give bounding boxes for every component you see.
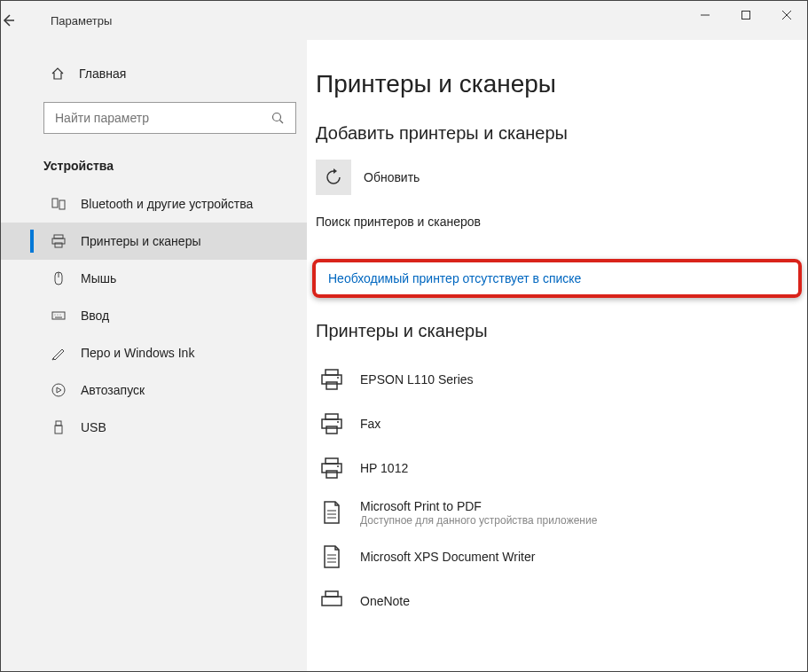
close-button[interactable] [766, 1, 807, 29]
search-status: Поиск принтеров и сканеров [316, 215, 807, 229]
printer-name: Microsoft Print to PDF [360, 499, 597, 513]
svg-rect-13 [52, 312, 65, 319]
back-button[interactable] [1, 13, 40, 27]
refresh-row: Обновить [316, 160, 807, 195]
printer-item[interactable]: Microsoft Print to PDF Доступное для дан… [307, 490, 807, 535]
sidebar-item-mouse[interactable]: Мышь [1, 260, 307, 297]
sidebar-home[interactable]: Главная [1, 58, 307, 90]
printer-device-icon [316, 408, 348, 440]
svg-rect-21 [326, 370, 338, 375]
sidebar-item-label: Автозапуск [81, 383, 145, 397]
minimize-button[interactable] [685, 1, 726, 29]
sidebar-item-label: Bluetooth и другие устройства [81, 197, 253, 211]
pen-icon [51, 345, 68, 361]
svg-point-4 [273, 113, 281, 121]
bluetooth-icon [51, 196, 68, 212]
svg-rect-23 [326, 382, 337, 389]
svg-line-5 [280, 121, 284, 124]
search-icon [271, 111, 285, 125]
sidebar-item-label: Перо и Windows Ink [81, 346, 194, 360]
sidebar-item-usb[interactable]: USB [1, 409, 307, 446]
keyboard-icon [51, 308, 68, 324]
document-icon [316, 496, 348, 528]
svg-rect-8 [54, 235, 63, 238]
search-box[interactable] [43, 102, 296, 134]
svg-rect-29 [326, 458, 338, 464]
sidebar-item-printers[interactable]: Принтеры и сканеры [1, 223, 307, 260]
printer-not-listed-text: Необходимый принтер отсутствует в списке [328, 271, 786, 285]
svg-rect-1 [742, 12, 750, 20]
svg-rect-7 [59, 200, 65, 209]
home-icon [51, 66, 67, 81]
add-section-title: Добавить принтеры и сканеры [316, 123, 807, 144]
window-title: Параметры [51, 14, 112, 27]
svg-rect-39 [326, 591, 338, 597]
printer-not-listed-link[interactable]: Необходимый принтер отсутствует в списке [312, 259, 802, 298]
refresh-button[interactable] [316, 160, 351, 195]
svg-rect-40 [322, 597, 341, 606]
printer-name: EPSON L110 Series [360, 372, 474, 387]
svg-rect-25 [326, 414, 338, 419]
printer-item[interactable]: EPSON L110 Series [307, 357, 807, 402]
sidebar-item-label: Ввод [81, 309, 109, 323]
printer-name: Fax [360, 417, 380, 431]
printer-device-icon [316, 585, 348, 617]
printers-section-title: Принтеры и сканеры [316, 321, 807, 341]
svg-rect-6 [52, 199, 58, 207]
svg-point-28 [337, 421, 339, 423]
main-panel: Принтеры и сканеры Добавить принтеры и с… [307, 40, 807, 671]
svg-point-32 [337, 465, 339, 467]
printer-subtitle: Доступное для данного устройства приложе… [360, 514, 597, 527]
svg-rect-20 [55, 426, 62, 434]
sidebar-item-label: USB [81, 420, 106, 434]
refresh-label: Обновить [364, 170, 420, 184]
maximize-button[interactable] [726, 1, 766, 29]
printer-name: Microsoft XPS Document Writer [360, 550, 535, 564]
titlebar: Параметры [1, 1, 807, 40]
printer-item[interactable]: OneNote [307, 579, 807, 623]
svg-point-16 [60, 315, 61, 316]
printer-device-icon [316, 452, 348, 484]
sidebar: Главная Устройства Bluetooth и другие ус… [1, 40, 307, 671]
sidebar-item-typing[interactable]: Ввод [1, 297, 307, 334]
window-controls [685, 1, 807, 29]
sidebar-home-label: Главная [79, 66, 126, 81]
search-input[interactable] [55, 111, 271, 125]
printer-name: OneNote [360, 594, 410, 608]
svg-point-14 [55, 315, 56, 316]
sidebar-item-bluetooth[interactable]: Bluetooth и другие устройства [1, 185, 307, 223]
printer-item[interactable]: Fax [307, 402, 807, 446]
mouse-icon [51, 270, 68, 286]
svg-rect-31 [326, 471, 337, 478]
printer-device-icon [316, 363, 348, 395]
svg-point-15 [58, 315, 59, 316]
svg-point-24 [337, 377, 339, 379]
printer-name: HP 1012 [360, 461, 408, 475]
usb-icon [51, 419, 68, 435]
printer-item[interactable]: HP 1012 [307, 446, 807, 490]
sidebar-item-autoplay[interactable]: Автозапуск [1, 371, 307, 409]
printer-item[interactable]: Microsoft XPS Document Writer [307, 535, 807, 579]
printer-icon [51, 233, 68, 249]
sidebar-group-title: Устройства [1, 150, 307, 185]
svg-rect-19 [56, 421, 61, 426]
sidebar-item-label: Мышь [81, 271, 116, 285]
svg-point-18 [52, 384, 65, 396]
sidebar-item-pen[interactable]: Перо и Windows Ink [1, 334, 307, 371]
document-icon [316, 541, 348, 573]
page-title: Принтеры и сканеры [316, 70, 807, 98]
autoplay-icon [51, 382, 68, 398]
sidebar-item-label: Принтеры и сканеры [81, 234, 200, 248]
svg-rect-27 [326, 426, 337, 434]
